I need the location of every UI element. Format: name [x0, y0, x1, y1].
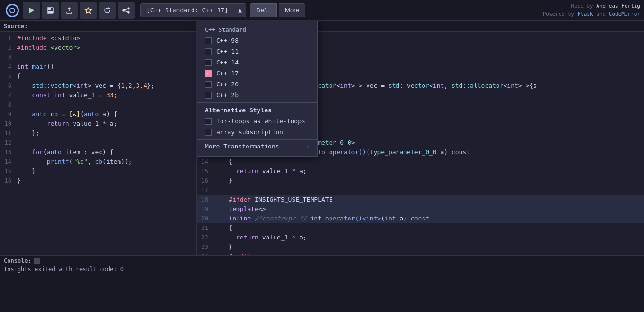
- dropdown-item-cpp2b[interactable]: C++ 2b: [197, 90, 317, 101]
- table-row: 9 auto cb = [&](auto a) {: [0, 110, 196, 119]
- table-row: 22 return value_1 * a;: [197, 233, 644, 242]
- svg-rect-2: [48, 8, 51, 10]
- checkbox-cpp2b[interactable]: [205, 92, 212, 99]
- table-row: 11 };: [0, 128, 196, 138]
- checkbox-cpp17[interactable]: [205, 70, 212, 77]
- upload-button[interactable]: [61, 2, 78, 19]
- table-row: 20 inline /*constexpr */ int operator()<…: [197, 214, 644, 223]
- table-row: 12: [0, 138, 196, 147]
- dropdown-item-cpp11[interactable]: C++ 11: [197, 46, 317, 57]
- more-transformations-label: More Transformations: [205, 143, 279, 150]
- table-row: 2 #include <vector>: [0, 43, 196, 53]
- source-panel: Source: 1 #include <cstdio> 2 #include <…: [0, 21, 197, 255]
- table-row: 21 {: [197, 223, 644, 233]
- more-transformations-item[interactable]: More Transformations ›: [197, 139, 317, 153]
- svg-point-6: [123, 9, 125, 11]
- table-row: 3: [0, 53, 196, 62]
- table-row: 13 for(auto item : vec) {: [0, 147, 196, 157]
- dropdown-item-for-loops[interactable]: for-loops as while-loops: [197, 116, 317, 127]
- credits: Made by Andreas Fertig Powered by Flask …: [543, 2, 640, 18]
- table-row: 5 {: [0, 72, 196, 81]
- standard-label[interactable]: [C++ Standard: C++ 17]: [140, 3, 234, 17]
- table-row: 6 std::vector<int> vec = {1,2,3,4};: [0, 81, 196, 91]
- console-header: Console:: [4, 257, 640, 264]
- star-button[interactable]: [80, 2, 97, 19]
- toolbar: [C++ Standard: C++ 17] ▲ Def... More Mad…: [0, 0, 644, 21]
- console-panel: Console: Insights exited with result cod…: [0, 255, 644, 312]
- def-button[interactable]: Def...: [250, 3, 277, 17]
- refresh-button[interactable]: [99, 2, 116, 19]
- dropdown-menu: C++ Standard C++ 98 C++ 11 C++ 14 C++ 17…: [197, 21, 318, 157]
- source-code-area[interactable]: 1 #include <cstdio> 2 #include <vector> …: [0, 32, 196, 255]
- share-button[interactable]: [118, 2, 135, 19]
- svg-point-8: [128, 11, 129, 13]
- table-row: 10 return value_1 * a;: [0, 119, 196, 128]
- console-output: Insights exited with result code: 0: [4, 266, 640, 273]
- svg-marker-4: [85, 8, 91, 13]
- checkbox-for-loops[interactable]: [205, 118, 212, 125]
- save-button[interactable]: [42, 2, 59, 19]
- svg-point-7: [128, 8, 129, 9]
- main-area: Source: 1 #include <cstdio> 2 #include <…: [0, 21, 644, 255]
- table-row: 15 }: [0, 166, 196, 176]
- more-button[interactable]: More: [279, 3, 305, 17]
- dropdown-section-cpp-standard: C++ Standard: [197, 25, 317, 35]
- table-row: 15 return value_1 * a;: [197, 166, 644, 176]
- dropdown-item-cpp98[interactable]: C++ 98: [197, 35, 317, 46]
- standard-selector: [C++ Standard: C++ 17] ▲: [140, 3, 246, 17]
- table-row: 23 }: [197, 242, 644, 252]
- dropdown-item-cpp17[interactable]: C++ 17: [197, 68, 317, 79]
- table-row: 19 template<>: [197, 204, 644, 214]
- checkbox-cpp98[interactable]: [205, 37, 212, 44]
- dropdown-section-alt-styles: Alternative Styles: [197, 102, 317, 116]
- table-row: 18 #ifdef INSIGHTS_USE_TEMPLATE: [197, 195, 644, 204]
- checkbox-cpp11[interactable]: [205, 48, 212, 55]
- table-row: 14 printf("%d", cb(item));: [0, 157, 196, 166]
- run-button[interactable]: [23, 2, 40, 19]
- svg-rect-3: [48, 11, 53, 13]
- table-row: 8: [0, 100, 196, 110]
- table-row: 14 {: [197, 157, 644, 166]
- checkbox-cpp14[interactable]: [205, 59, 212, 66]
- table-row: 16 }: [0, 176, 196, 185]
- svg-line-10: [125, 11, 128, 12]
- table-row: 4 int main(): [0, 62, 196, 72]
- console-minimize-button[interactable]: [34, 258, 40, 264]
- checkbox-array-subscription[interactable]: [205, 129, 212, 136]
- dropdown-item-array-subscription[interactable]: array subscription: [197, 127, 317, 138]
- logo-icon: [6, 4, 19, 17]
- checkbox-cpp20[interactable]: [205, 81, 212, 88]
- table-row: 1 #include <cstdio>: [0, 34, 196, 43]
- svg-marker-0: [29, 8, 34, 13]
- source-header: Source:: [0, 21, 196, 32]
- table-row: 17: [197, 185, 644, 195]
- table-row: 16 }: [197, 176, 644, 185]
- standard-dropdown-arrow[interactable]: ▲: [234, 3, 246, 17]
- dropdown-item-cpp14[interactable]: C++ 14: [197, 57, 317, 68]
- dropdown-item-cpp20[interactable]: C++ 20: [197, 79, 317, 90]
- table-row: 24 #endif: [197, 252, 644, 255]
- logo-button[interactable]: [4, 2, 21, 19]
- table-row: 7 const int value_1 = 33;: [0, 91, 196, 100]
- svg-line-9: [125, 9, 128, 10]
